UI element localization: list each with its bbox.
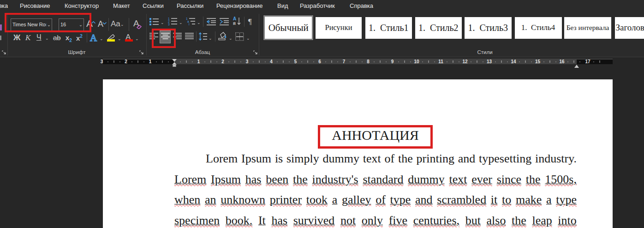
svg-text:i: i	[189, 23, 189, 26]
svg-text:3: 3	[168, 23, 170, 26]
